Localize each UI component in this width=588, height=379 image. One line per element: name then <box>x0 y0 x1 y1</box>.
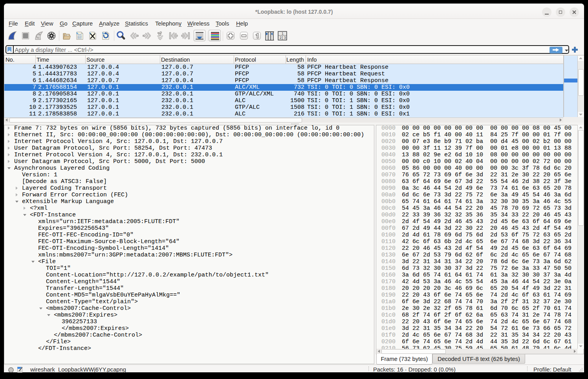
svg-text:0111: 0111 <box>77 37 82 39</box>
svg-text:1: 1 <box>282 31 284 35</box>
svg-text:2: 2 <box>280 36 282 40</box>
svg-text:3: 3 <box>284 36 286 40</box>
